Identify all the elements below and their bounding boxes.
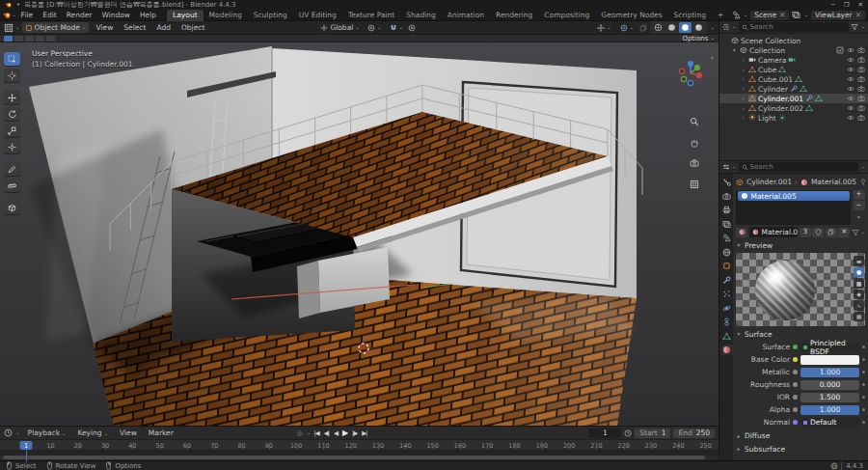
breadcrumb-object[interactable]: Cylinder.001: [746, 178, 792, 186]
tab-geometry-nodes[interactable]: Geometry Nodes: [595, 10, 667, 21]
disclosure-icon[interactable]: ▾: [731, 47, 738, 53]
outliner-row-light[interactable]: ›Light: [719, 113, 868, 123]
outliner-search[interactable]: [739, 22, 850, 32]
shading-rendered-button[interactable]: [692, 22, 705, 33]
filter-icon[interactable]: [852, 229, 859, 236]
properties-search[interactable]: [739, 162, 859, 172]
current-frame-field[interactable]: 1: [588, 429, 621, 438]
transform-orientation-dropdown[interactable]: Global ⌄: [317, 22, 363, 33]
shading-material-preview-button[interactable]: [679, 22, 692, 33]
hide-viewport-icon[interactable]: [847, 85, 854, 93]
decorator-dot-icon[interactable]: [862, 346, 865, 348]
select-mode-invert-button[interactable]: [36, 36, 44, 41]
outliner-row-scene collection[interactable]: Scene Collection: [719, 36, 868, 45]
sidebar-toggle-icon[interactable]: ‹: [711, 54, 714, 62]
menu-edit[interactable]: Edit: [38, 10, 62, 20]
disclosure-icon[interactable]: ›: [740, 67, 746, 72]
ior-field[interactable]: 1.500: [800, 393, 859, 402]
select-mode-subtract-button[interactable]: [25, 36, 34, 41]
menu-help[interactable]: Help: [135, 10, 161, 20]
hide-viewport-icon[interactable]: [847, 75, 854, 83]
select-mode-intersect-button[interactable]: [46, 36, 55, 41]
shading-solid-button[interactable]: [665, 22, 678, 33]
timeline-scrollbar[interactable]: [3, 456, 716, 459]
decorator-dot-icon[interactable]: [862, 408, 865, 411]
viewport-menu-view[interactable]: View: [91, 22, 118, 33]
view-layer-icon[interactable]: [792, 11, 800, 19]
view-layer-remove-icon[interactable]: ✕: [855, 11, 861, 19]
proportional-edit-icon[interactable]: [408, 24, 416, 32]
timeline-menu-view[interactable]: View: [115, 428, 142, 438]
properties-tab-tool[interactable]: [720, 177, 733, 187]
cursor-tool-button[interactable]: [4, 69, 20, 82]
menu-file[interactable]: File: [16, 10, 39, 20]
rotate-tool-button[interactable]: [4, 107, 20, 121]
mode-dropdown[interactable]: Object Mode ⌄: [22, 22, 90, 33]
move-tool-button[interactable]: [4, 91, 20, 104]
roughness-field[interactable]: 0.000: [800, 380, 859, 390]
preview-cloth-button[interactable]: ▦: [854, 312, 864, 322]
properties-search-input[interactable]: [750, 163, 856, 171]
jump-to-end-button[interactable]: ▶|: [360, 429, 368, 437]
select-mode-extend-button[interactable]: [14, 36, 23, 41]
add-slot-button[interactable]: +: [854, 190, 865, 200]
hide-viewport-icon[interactable]: [847, 46, 854, 54]
outliner-row-cylinder-002[interactable]: ›Cylinder.002: [719, 103, 868, 113]
hide-viewport-icon[interactable]: [847, 114, 854, 122]
surface-menu[interactable]: Principled BSDF: [800, 343, 859, 352]
disable-render-icon[interactable]: [857, 56, 865, 64]
checkbox-icon[interactable]: [836, 46, 844, 54]
remove-slot-button[interactable]: −: [854, 201, 865, 210]
preview-sphere-button[interactable]: ●: [854, 267, 864, 278]
minimize-button[interactable]: ─: [831, 1, 835, 9]
properties-tab-output[interactable]: [720, 205, 733, 215]
outliner-row-cylinder[interactable]: ›Cylinder: [719, 84, 868, 94]
slot-specials-caret-icon[interactable]: ⌄: [854, 212, 865, 222]
jump-to-start-button[interactable]: |◀: [312, 429, 320, 437]
properties-tab-particles[interactable]: [720, 289, 733, 299]
editor-type-icon[interactable]: [4, 23, 14, 33]
material-slot-list[interactable]: Material.005: [736, 190, 851, 225]
properties-tab-modifiers[interactable]: [720, 275, 733, 286]
tab-rendering[interactable]: Rendering: [490, 10, 538, 21]
maximize-button[interactable]: ❐: [844, 1, 850, 9]
material-slot-selected[interactable]: Material.005: [738, 191, 850, 201]
tab-shading[interactable]: Shading: [400, 10, 441, 21]
toggle-ortho-button[interactable]: [687, 177, 702, 191]
preview-panel-header[interactable]: ▾ Preview: [736, 240, 865, 251]
decorator-dot-icon[interactable]: [862, 358, 865, 361]
pan-button[interactable]: [687, 135, 702, 150]
viewport-menu-select[interactable]: Select: [119, 22, 150, 33]
hide-viewport-icon[interactable]: [847, 66, 854, 73]
xray-toggle-icon[interactable]: [639, 24, 647, 32]
snap-dropdown[interactable]: ⌄: [387, 23, 407, 33]
scene-unlink-icon[interactable]: ✕: [779, 11, 785, 19]
3d-viewport[interactable]: User Perspective (1) Collection | Cylind…: [0, 42, 719, 426]
select-box-tool-button[interactable]: [4, 52, 20, 66]
outliner-row-cylinder-001[interactable]: ›Cylinder.001: [719, 94, 868, 103]
measure-tool-button[interactable]: [4, 179, 20, 192]
use-preview-range-icon[interactable]: [624, 429, 632, 437]
unlink-material-button[interactable]: ✕: [838, 228, 850, 237]
disable-render-icon[interactable]: [857, 75, 865, 83]
timeline-editor-icon[interactable]: [4, 429, 13, 437]
hide-viewport-icon[interactable]: [847, 95, 854, 102]
properties-tab-physics[interactable]: [720, 303, 733, 314]
disclosure-icon[interactable]: ›: [740, 105, 746, 111]
preview-hair-button[interactable]: ∿: [854, 300, 864, 311]
viewport-menu-object[interactable]: Object: [176, 22, 209, 33]
frame-start-field[interactable]: Start1: [635, 429, 670, 438]
disable-render-icon[interactable]: [857, 104, 865, 112]
outliner-search-input[interactable]: [750, 23, 847, 31]
camera-view-button[interactable]: [687, 155, 702, 170]
properties-tab-constraints[interactable]: [720, 317, 733, 327]
disclosure-icon[interactable]: ›: [740, 96, 746, 101]
3d-scene[interactable]: [0, 42, 719, 426]
outliner-row-cube[interactable]: ›Cube: [719, 65, 868, 74]
play-reverse-button[interactable]: ◀: [332, 429, 339, 437]
timeline-menu-keying[interactable]: Keying ⌄: [72, 428, 113, 438]
new-material-button[interactable]: [826, 228, 837, 237]
menu-render[interactable]: Render: [62, 10, 97, 20]
preview-cube-button[interactable]: ■: [854, 278, 864, 289]
properties-tab-scene[interactable]: [720, 233, 733, 243]
